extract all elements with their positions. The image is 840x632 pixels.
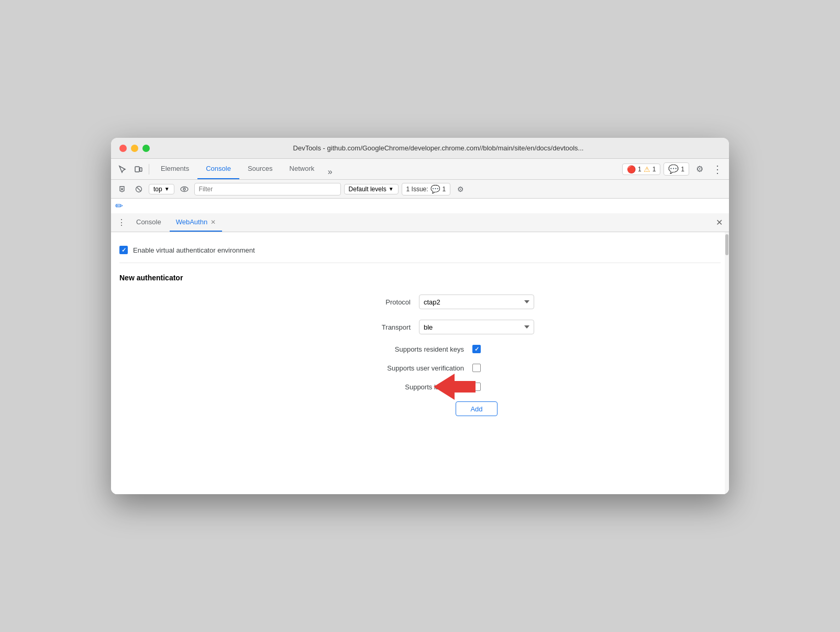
webauthn-tab-label: WebAuthn: [176, 218, 207, 226]
panel-close-button[interactable]: ✕: [714, 215, 725, 230]
enable-label: Enable virtual authenticator environment: [133, 246, 255, 254]
svg-point-7: [181, 187, 188, 191]
title-bar: DevTools - github.com/GoogleChrome/devel…: [111, 138, 729, 159]
gear-icon: ⚙: [696, 164, 703, 174]
panel-menu-icon[interactable]: ⋮: [115, 215, 128, 230]
top-bar: ✏: [111, 199, 729, 213]
error-icon: 🔴: [627, 165, 636, 173]
error-badge[interactable]: 🔴 1 ⚠ 1: [622, 164, 660, 175]
scrollbar-thumb: [725, 234, 728, 255]
levels-label: Default levels: [349, 186, 386, 193]
eye-icon[interactable]: [178, 182, 191, 196]
info-count: 1: [681, 166, 684, 173]
issue-badge[interactable]: 1 Issue: 💬 1: [402, 183, 451, 195]
user-verification-checkbox[interactable]: [472, 364, 481, 372]
tab-console-panel[interactable]: Console: [130, 213, 168, 232]
webauthn-tab-close-icon[interactable]: ✕: [211, 219, 216, 226]
window-title: DevTools - github.com/GoogleChrome/devel…: [156, 144, 721, 152]
tab-webauthn-panel[interactable]: WebAuthn ✕: [170, 213, 222, 232]
tab-network[interactable]: Network: [281, 159, 323, 179]
scrollbar[interactable]: [725, 232, 729, 494]
panel-tabs-bar: ⋮ Console WebAuthn ✕ ✕: [111, 213, 729, 232]
gear-icon: ⚙: [457, 185, 464, 193]
svg-marker-9: [434, 374, 476, 400]
chevron-down-icon: ▼: [389, 186, 394, 192]
transport-select[interactable]: ble usb nfc internal: [419, 320, 534, 334]
levels-selector[interactable]: Default levels ▼: [344, 184, 399, 194]
transport-row: Transport ble usb nfc internal: [263, 320, 577, 334]
device-toolbar-icon[interactable]: [131, 162, 146, 177]
svg-rect-1: [140, 168, 142, 171]
toolbar-divider: [149, 164, 149, 175]
add-button[interactable]: Add: [456, 401, 498, 416]
chevron-down-icon: ▼: [164, 186, 170, 192]
window-controls: [119, 145, 150, 152]
transport-label: Transport: [306, 323, 411, 331]
info-badge[interactable]: 💬 1: [664, 162, 689, 176]
maximize-button[interactable]: [142, 145, 150, 152]
close-button[interactable]: [119, 145, 127, 152]
protocol-row: Protocol ctap2 u2f: [263, 295, 577, 309]
tab-console[interactable]: Console: [197, 159, 239, 179]
enable-row: Enable virtual authenticator environment: [119, 241, 721, 263]
filter-input[interactable]: [194, 183, 341, 195]
enable-checkbox[interactable]: [119, 246, 128, 254]
new-authenticator-title: New authenticator: [119, 274, 721, 282]
tab-elements[interactable]: Elements: [152, 159, 197, 179]
user-verification-label: Supports user verification: [359, 364, 464, 372]
context-selector[interactable]: top ▼: [149, 184, 174, 194]
context-value: top: [153, 186, 162, 193]
devtools-toolbar: Elements Console Sources Network » 🔴 1 ⚠…: [111, 159, 729, 180]
protocol-select[interactable]: ctap2 u2f: [419, 295, 534, 309]
error-count: 1: [638, 166, 642, 173]
resident-keys-label: Supports resident keys: [359, 345, 464, 353]
svg-rect-0: [135, 167, 139, 172]
issue-count: 1: [443, 186, 446, 193]
console-settings-icon[interactable]: ⚙: [454, 182, 467, 196]
console-toolbar: top ▼ Default levels ▼ 1 Issue: 💬 1 ⚙: [111, 180, 729, 199]
no-icon[interactable]: [132, 182, 146, 196]
resident-keys-row: Supports resident keys: [263, 345, 577, 353]
user-verification-row: Supports user verification: [263, 364, 577, 372]
info-icon: 💬: [668, 164, 679, 174]
svg-point-8: [183, 188, 185, 190]
add-button-row: Add: [263, 401, 577, 416]
protocol-label: Protocol: [306, 298, 411, 306]
console-tab-label: Console: [136, 218, 161, 226]
badge-group: 🔴 1 ⚠ 1 💬 1 ⚙ ⋮: [622, 162, 725, 177]
more-options-icon[interactable]: ⋮: [710, 162, 725, 177]
minimize-button[interactable]: [131, 145, 138, 152]
main-content: ✏ ⋮ Console WebAuthn ✕ ✕ Enable virtual …: [111, 199, 729, 494]
tab-sources[interactable]: Sources: [239, 159, 281, 179]
clear-console-icon[interactable]: [115, 182, 129, 196]
edit-link-icon[interactable]: ✏: [115, 200, 123, 212]
issue-icon: 💬: [430, 184, 440, 194]
webauthn-panel: Enable virtual authenticator environment…: [111, 232, 729, 494]
more-tabs-button[interactable]: »: [323, 165, 337, 179]
authenticator-form: Protocol ctap2 u2f Transport ble usb nfc…: [263, 295, 577, 416]
svg-line-6: [137, 187, 141, 191]
large-blob-row: Supports large blob: [263, 383, 577, 391]
arrow-svg: [434, 374, 476, 400]
resident-keys-checkbox[interactable]: [472, 345, 481, 353]
red-arrow-annotation: [434, 374, 476, 400]
select-element-icon[interactable]: [115, 162, 130, 177]
warning-count: 1: [653, 166, 656, 173]
warning-icon: ⚠: [644, 165, 650, 173]
settings-icon[interactable]: ⚙: [692, 162, 707, 177]
devtools-window: DevTools - github.com/GoogleChrome/devel…: [111, 138, 729, 494]
tab-nav: Elements Console Sources Network »: [152, 159, 337, 179]
kebab-icon: ⋮: [712, 163, 723, 176]
issue-label: 1 Issue:: [406, 186, 428, 193]
